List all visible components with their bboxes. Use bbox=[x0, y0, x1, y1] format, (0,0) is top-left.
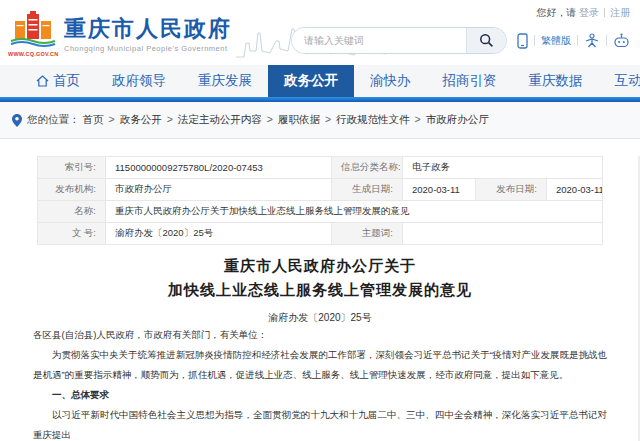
table-row: 索引号: 11500000009275780L/2020-07453 信息分类名… bbox=[38, 157, 603, 179]
nav-item-government-affairs-disclosure[interactable]: 政务公开 bbox=[268, 65, 354, 97]
issuing-agency-value: 市政府办公厅 bbox=[106, 179, 332, 201]
index-number-value: 11500000009275780L/2020-07453 bbox=[106, 157, 332, 179]
robot-icon bbox=[613, 33, 630, 48]
nav-item-home[interactable]: 首页 bbox=[20, 65, 96, 97]
divider bbox=[534, 35, 535, 46]
creation-date-value: 2020-03-11 bbox=[403, 179, 476, 201]
nav-item-chongqing-data[interactable]: 重庆数据 bbox=[513, 65, 599, 97]
divider bbox=[606, 35, 607, 46]
document-number-value: 渝府办发〔2020〕25号 bbox=[106, 223, 332, 245]
main-navigation: 首页 政府领导 重庆发展 政务公开 渝快办 招商引资 重庆数据 互动交流 bbox=[0, 65, 640, 97]
document-body: 各区县(自治县)人民政府，市政府有关部门，有关单位： 为贯彻落实中央关于统筹推进… bbox=[0, 325, 640, 441]
subject-words-label: 主题词: bbox=[332, 223, 403, 245]
document-number-label: 文 号: bbox=[38, 223, 106, 245]
breadcrumb-item-normative-documents[interactable]: 行政规范性文件 bbox=[336, 113, 426, 127]
table-row: 名称: 重庆市人民政府办公厅关于加快线上业态线上服务线上管理发展的意见 bbox=[38, 201, 603, 223]
document-title: 重庆市人民政府办公厅关于 加快线上业态线上服务线上管理发展的意见 bbox=[0, 254, 640, 302]
search-input[interactable] bbox=[292, 28, 466, 53]
nav-label: 重庆数据 bbox=[529, 72, 583, 90]
search-button[interactable] bbox=[466, 28, 506, 53]
issuing-agency-label: 发布机构: bbox=[38, 179, 106, 201]
document-number: 渝府办发〔2020〕25号 bbox=[0, 311, 640, 325]
category-value: 电子政务 bbox=[403, 157, 603, 179]
creation-date-label: 生成日期: bbox=[332, 179, 403, 201]
nav-label: 渝快办 bbox=[370, 72, 411, 90]
document-name-value: 重庆市人民政府办公厅关于加快线上业态线上服务线上管理发展的意见 bbox=[106, 201, 603, 223]
section-heading: 一、总体要求 bbox=[33, 385, 607, 405]
document-page: 索引号: 11500000009275780L/2020-07453 信息分类名… bbox=[0, 156, 640, 441]
location-pin-icon bbox=[12, 114, 22, 127]
login-link[interactable]: 登录 bbox=[579, 7, 599, 18]
nav-item-chongqing-development[interactable]: 重庆发展 bbox=[182, 65, 268, 97]
breadcrumb-item-statutory-content[interactable]: 法定主动公开内容 bbox=[178, 113, 278, 127]
mobile-version-link[interactable] bbox=[517, 33, 528, 49]
site-title-english: Chongqing Municipal People's Government bbox=[64, 44, 232, 53]
table-row: 发布机构: 市政府办公厅 生成日期: 2020-03-11 发布日期: 2020… bbox=[38, 179, 603, 201]
search-icon bbox=[479, 33, 494, 48]
document-title-line1: 重庆市人民政府办公厅关于 bbox=[0, 254, 640, 278]
document-meta-table: 索引号: 11500000009275780L/2020-07453 信息分类名… bbox=[37, 156, 603, 245]
mobile-phone-icon bbox=[517, 33, 528, 49]
subject-words-value bbox=[403, 223, 603, 245]
paragraph: 以习近平新时代中国特色社会主义思想为指导，全面贯彻党的十九大和十九届二中、三中、… bbox=[33, 405, 607, 441]
breadcrumb-item-general-office[interactable]: 市政府办公厅 bbox=[426, 113, 489, 127]
government-building-icon bbox=[10, 11, 56, 47]
nav-item-yukuaiban[interactable]: 渝快办 bbox=[354, 65, 427, 97]
breadcrumb-item-home[interactable]: 首页 bbox=[83, 113, 120, 127]
category-label: 信息分类名称: bbox=[332, 157, 403, 179]
accessibility-icon bbox=[584, 33, 600, 48]
nav-label: 首页 bbox=[53, 72, 80, 90]
nav-item-investment[interactable]: 招商引资 bbox=[427, 65, 513, 97]
logo-caption: WWW.CQ.GOV.CN bbox=[8, 51, 58, 57]
salutation: 各区县(自治县)人民政府，市政府有关部门，有关单位： bbox=[33, 325, 607, 345]
breadcrumb-prefix: 您的位置： bbox=[27, 113, 80, 127]
divider bbox=[604, 8, 605, 17]
table-row: 文 号: 渝府办发〔2020〕25号 主题词: bbox=[38, 223, 603, 245]
greeting-text: 您好，请 bbox=[536, 7, 576, 18]
divider bbox=[577, 35, 578, 46]
publish-date-value: 2020-03-11 bbox=[547, 179, 603, 201]
register-link[interactable]: 注册 bbox=[610, 7, 630, 18]
breadcrumb-item-duty-basis[interactable]: 履职依据 bbox=[278, 113, 336, 127]
nav-label: 重庆发展 bbox=[198, 72, 252, 90]
chatbot-link[interactable] bbox=[613, 33, 630, 48]
publish-date-label: 发布日期: bbox=[476, 179, 547, 201]
traditional-chinese-link[interactable]: 繁體版 bbox=[541, 34, 571, 48]
nav-label: 招商引资 bbox=[443, 72, 497, 90]
accessibility-link[interactable] bbox=[584, 33, 600, 48]
breadcrumb-item-disclosure[interactable]: 政务公开 bbox=[120, 113, 178, 127]
site-logo[interactable]: WWW.CQ.GOV.CN bbox=[8, 11, 58, 57]
search-box bbox=[291, 27, 507, 54]
nav-item-interaction[interactable]: 互动交流 bbox=[599, 65, 640, 97]
home-icon bbox=[36, 75, 49, 87]
document-title-line2: 加快线上业态线上服务线上管理发展的意见 bbox=[0, 278, 640, 302]
nav-label: 政府领导 bbox=[112, 72, 166, 90]
user-links: 您好，请 登录注册 bbox=[291, 6, 630, 20]
breadcrumb: 您的位置： 首页 政务公开 法定主动公开内容 履职依据 行政规范性文件 市政府办… bbox=[0, 102, 640, 139]
site-header: WWW.CQ.GOV.CN 重庆市人民政府 Chongqing Municipa… bbox=[0, 0, 640, 65]
paragraph: 为贯彻落实中央关于统筹推进新冠肺炎疫情防控和经济社会发展的工作部署，深刻领会习近… bbox=[33, 345, 607, 385]
nav-item-government-leaders[interactable]: 政府领导 bbox=[96, 65, 182, 97]
nav-label: 互动交流 bbox=[615, 72, 640, 90]
nav-label: 政务公开 bbox=[284, 72, 338, 90]
index-number-label: 索引号: bbox=[38, 157, 106, 179]
document-name-label: 名称: bbox=[38, 201, 106, 223]
site-title: 重庆市人民政府 bbox=[64, 16, 232, 42]
